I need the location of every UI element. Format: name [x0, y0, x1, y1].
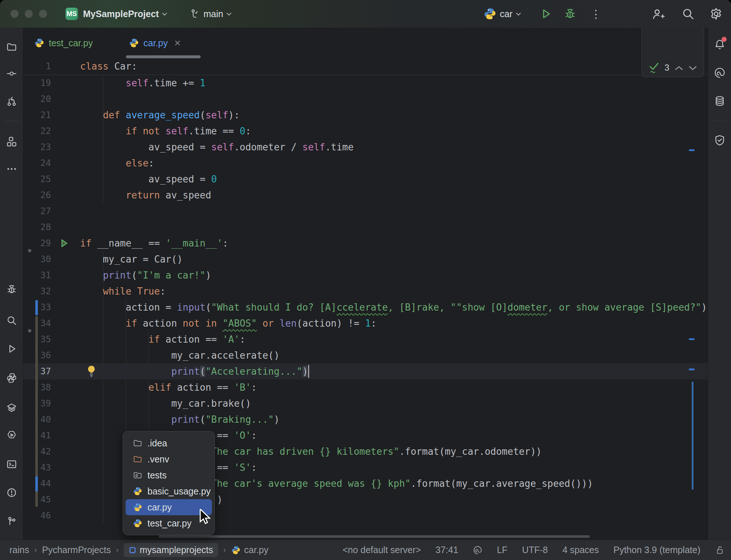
line-number[interactable]: 30	[29, 251, 51, 267]
line-number[interactable]: 33	[29, 299, 51, 315]
line-number[interactable]: 28	[29, 219, 51, 235]
code-line[interactable]: 35 if action == 'A':	[23, 331, 708, 347]
security-button[interactable]	[712, 132, 728, 148]
line-number[interactable]: 45	[29, 492, 51, 508]
line-number[interactable]: 22	[29, 123, 51, 139]
run-tool-button[interactable]	[4, 341, 20, 357]
more-tool-windows-button[interactable]	[4, 161, 20, 177]
horizontal-scrollbar[interactable]	[159, 535, 590, 538]
line-number[interactable]: 42	[29, 443, 51, 460]
minimize-window-button[interactable]	[25, 10, 33, 18]
code-line[interactable]: 28	[23, 219, 708, 235]
run-button[interactable]	[540, 0, 552, 28]
code-line[interactable]: 36 my_car.accelerate()	[23, 347, 708, 363]
terminal-tool-button[interactable]	[4, 456, 20, 472]
ai-assistant-button[interactable]	[712, 65, 728, 81]
popup-item-basic_usage.py[interactable]: basic_usage.py	[126, 483, 212, 499]
code-line[interactable]: 32 while True:	[23, 283, 708, 299]
breadcrumb-module[interactable]: mysampleprojects	[124, 543, 218, 557]
line-number[interactable]: 32	[29, 283, 51, 299]
close-window-button[interactable]	[11, 10, 19, 18]
line-number[interactable]: 20	[29, 91, 51, 107]
breadcrumb-pycharmprojects[interactable]: PycharmProjects	[42, 545, 111, 555]
pull-requests-tool-button[interactable]	[4, 93, 20, 109]
popup-item-.venv[interactable]: .venv	[126, 451, 212, 467]
line-number[interactable]: 26	[29, 187, 51, 203]
code-with-me-button[interactable]	[652, 0, 665, 28]
code-line[interactable]: 20	[23, 91, 708, 107]
version-control-tool-button[interactable]	[4, 513, 20, 529]
line-ending-widget[interactable]: LF	[497, 545, 507, 555]
code-line[interactable]: 31 print("I'm a car!")	[23, 267, 708, 283]
line-number[interactable]: 24	[29, 155, 51, 171]
popup-item-car.py[interactable]: car.py	[126, 499, 212, 515]
breadcrumb-file[interactable]: car.py	[244, 545, 269, 555]
line-number[interactable]: 21	[29, 107, 51, 123]
project-selector[interactable]: MySampleProject	[83, 0, 167, 28]
python-console-tool-button[interactable]	[4, 400, 20, 416]
run-line-button[interactable]	[58, 238, 69, 249]
code-line[interactable]: 27	[23, 203, 708, 219]
line-number[interactable]: 27	[29, 203, 51, 219]
code-line[interactable]: 26 return av_speed	[23, 187, 708, 203]
more-actions-button[interactable]: ⋮	[590, 0, 601, 28]
indent-widget[interactable]: 4 spaces	[562, 545, 599, 555]
line-number[interactable]: 36	[29, 347, 51, 363]
tab-test-car[interactable]: test_car.py	[34, 28, 93, 58]
popup-item-test_car.py[interactable]: test_car.py	[126, 515, 212, 531]
line-number[interactable]: 19	[29, 75, 51, 91]
services-tool-button[interactable]	[4, 427, 20, 443]
line-number[interactable]: 23	[29, 139, 51, 155]
code-line[interactable]: 30 my_car = Car()	[23, 251, 708, 267]
stripe-mark[interactable]	[689, 338, 695, 340]
problems-tool-button[interactable]	[4, 485, 20, 501]
close-tab-icon[interactable]: ×	[174, 38, 181, 48]
interpreter-widget[interactable]: Python 3.9 (template)	[613, 545, 700, 555]
code-line[interactable]: 33 action = input("What should I do? [A]…	[23, 299, 708, 315]
next-problem-icon[interactable]	[688, 65, 697, 71]
encoding-widget[interactable]: UTF-8	[522, 545, 548, 555]
zoom-window-button[interactable]	[39, 10, 47, 18]
structure-tool-button[interactable]	[4, 134, 20, 150]
line-number[interactable]: 39	[29, 395, 51, 411]
branch-selector[interactable]: main	[189, 0, 232, 28]
line-number[interactable]: 46	[29, 508, 51, 524]
code-line[interactable]: 38 elif action == 'B':	[23, 379, 708, 395]
unlocked-icon[interactable]	[715, 545, 724, 555]
line-number[interactable]: 34	[29, 315, 51, 331]
notifications-button[interactable]	[712, 36, 728, 52]
scrollbar-thumb[interactable]	[692, 382, 694, 490]
run-configuration-selector[interactable]: car	[483, 0, 521, 28]
sticky-line[interactable]: 1 class Car:	[23, 58, 708, 75]
breadcrumb-root[interactable]: rains	[9, 545, 29, 555]
line-number[interactable]: 25	[29, 171, 51, 187]
code-line[interactable]: 29if __name__ == '__main__':	[23, 235, 708, 251]
search-everywhere-button[interactable]	[681, 0, 695, 28]
code-line[interactable]: 37 print("Accelerating...")	[23, 363, 708, 379]
tab-car-active[interactable]: car.py ×	[129, 28, 181, 58]
settings-button[interactable]	[709, 0, 723, 28]
stripe-mark[interactable]	[689, 368, 695, 370]
popup-item-tests[interactable]: tests	[126, 467, 212, 483]
line-number[interactable]: 31	[29, 267, 51, 283]
code-line[interactable]: 25 av_speed = 0	[23, 171, 708, 187]
line-number[interactable]: 38	[29, 379, 51, 395]
debug-tool-button[interactable]	[4, 281, 20, 297]
default-server-widget[interactable]: <no default server>	[343, 545, 421, 555]
database-button[interactable]	[712, 93, 728, 109]
stripe-mark[interactable]	[689, 149, 695, 151]
line-number[interactable]: 29	[29, 235, 51, 251]
project-tool-button[interactable]	[4, 39, 20, 55]
line-number[interactable]: 37	[29, 363, 51, 379]
line-number[interactable]: 41	[29, 427, 51, 443]
code-line[interactable]: 39 my_car.brake()	[23, 395, 708, 411]
python-packages-tool-button[interactable]	[4, 370, 20, 386]
line-number[interactable]: 35	[29, 331, 51, 347]
inspections-widget[interactable]: 3	[641, 28, 704, 77]
previous-problem-icon[interactable]	[675, 65, 683, 71]
code-line[interactable]: 19 self.time += 1	[23, 75, 708, 91]
commit-tool-button[interactable]	[4, 66, 20, 82]
code-line[interactable]: 23 av_speed = self.odometer / self.time	[23, 139, 708, 155]
code-line[interactable]: 34 if action not in "ABOS" or len(action…	[23, 315, 708, 331]
ai-status-icon[interactable]	[473, 545, 482, 555]
